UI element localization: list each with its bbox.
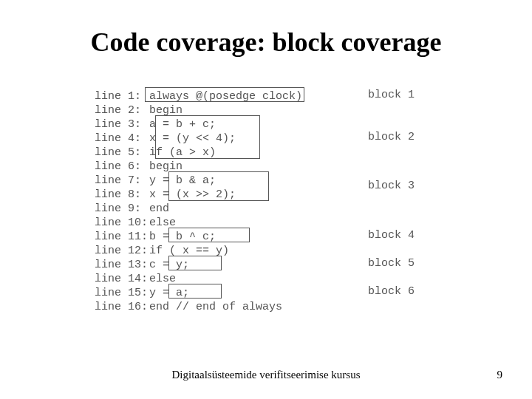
line-number: line 3:: [95, 118, 146, 131]
block-box-1: [145, 87, 304, 102]
code-text: end: [149, 202, 169, 215]
line-number: line 11:: [95, 231, 146, 243]
footer-text: Digitaalsüsteemide verifitseerimise kurs…: [0, 369, 532, 381]
block-label: block 5: [368, 257, 415, 270]
block-label: block 2: [368, 131, 415, 143]
block-label: block 6: [368, 285, 415, 298]
line-number: line 12:: [95, 245, 146, 257]
code-diagram: line 1: always @(posedge clock) line 2: …: [95, 89, 443, 325]
block-box-5: [168, 256, 222, 270]
line-number: line 1:: [95, 90, 146, 103]
slide-title: Code coverage: block coverage: [0, 27, 532, 58]
line-number: line 14:: [95, 273, 146, 285]
line-number: line 5:: [95, 146, 146, 159]
line-number: line 16:: [95, 301, 146, 313]
block-label: block 4: [368, 229, 415, 242]
line-number: line 7:: [95, 174, 146, 187]
line-number: line 4:: [95, 132, 146, 145]
block-label: block 1: [368, 89, 415, 101]
line-number: line 15:: [95, 287, 146, 299]
page-number: 9: [497, 369, 503, 381]
block-box-2: [155, 115, 260, 159]
block-box-6: [168, 284, 222, 299]
line-number: line 2:: [95, 104, 146, 117]
line-number: line 9:: [95, 202, 146, 215]
block-box-3: [168, 171, 269, 201]
line-number: line 6:: [95, 160, 146, 173]
line-number: line 10:: [95, 216, 146, 229]
block-box-4: [168, 228, 250, 242]
code-text: end // end of always: [149, 301, 282, 313]
block-label: block 3: [368, 180, 415, 192]
line-number: line 8:: [95, 188, 146, 201]
line-number: line 13:: [95, 259, 146, 271]
